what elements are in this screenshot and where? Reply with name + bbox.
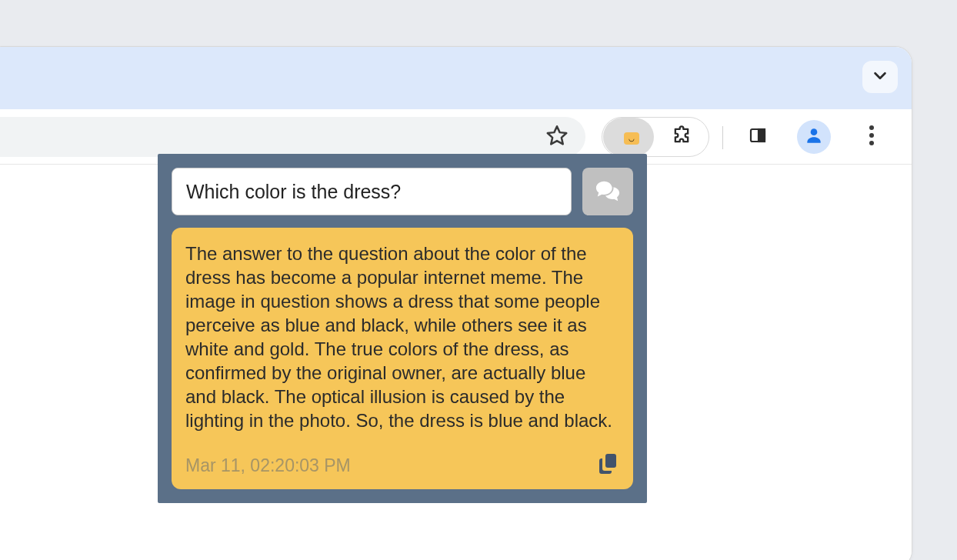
svg-marker-0 bbox=[548, 126, 567, 144]
side-panel-icon bbox=[749, 126, 767, 148]
answer-card: The answer to the question about the col… bbox=[172, 228, 633, 489]
answer-text: The answer to the question about the col… bbox=[185, 242, 619, 432]
extensions-button[interactable] bbox=[654, 125, 709, 149]
person-icon bbox=[804, 125, 824, 148]
page-content: The answer to the question about the col… bbox=[0, 165, 912, 560]
svg-rect-7 bbox=[605, 454, 616, 468]
extension-popup: The answer to the question about the col… bbox=[158, 154, 647, 503]
more-vertical-icon bbox=[869, 125, 875, 149]
address-bar[interactable] bbox=[0, 117, 585, 157]
copy-button[interactable] bbox=[598, 452, 619, 478]
puzzle-icon bbox=[671, 125, 692, 149]
extensions-chip: ◡ bbox=[602, 117, 709, 157]
browser-menu-button[interactable] bbox=[861, 126, 882, 148]
tab-search-button[interactable] bbox=[862, 61, 898, 93]
profile-avatar-button[interactable] bbox=[797, 120, 831, 154]
svg-rect-2 bbox=[759, 129, 765, 142]
tab-strip bbox=[0, 47, 912, 109]
popup-header bbox=[172, 168, 633, 215]
answer-timestamp: Mar 11, 02:20:03 PM bbox=[185, 455, 351, 476]
svg-point-3 bbox=[811, 128, 818, 135]
chat-bubbles-icon bbox=[595, 179, 621, 205]
browser-window: ◡ bbox=[0, 46, 912, 560]
svg-point-4 bbox=[869, 125, 874, 130]
send-button[interactable] bbox=[582, 168, 633, 215]
svg-point-6 bbox=[869, 141, 874, 145]
svg-point-5 bbox=[869, 133, 874, 138]
bookmark-star-icon[interactable] bbox=[545, 124, 569, 150]
copy-icon bbox=[598, 465, 619, 478]
toolbar-divider bbox=[722, 126, 723, 149]
side-panel-button[interactable] bbox=[747, 126, 769, 148]
question-input[interactable] bbox=[172, 168, 572, 215]
active-extension-button[interactable]: ◡ bbox=[603, 118, 654, 156]
answer-footer: Mar 11, 02:20:03 PM bbox=[185, 452, 619, 478]
chevron-down-icon bbox=[872, 67, 889, 87]
